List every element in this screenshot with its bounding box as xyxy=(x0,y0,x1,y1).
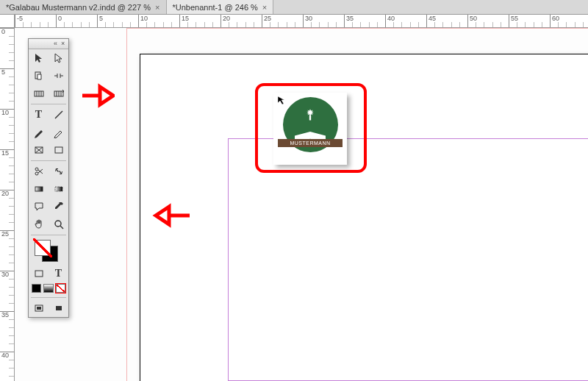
annotation-arrow-right xyxy=(79,81,115,110)
apply-color-button[interactable] xyxy=(32,284,41,293)
svg-point-13 xyxy=(35,172,38,175)
collapse-icon[interactable]: « xyxy=(54,41,59,46)
gradient-swatch-tool[interactable] xyxy=(29,180,49,198)
tab-document-2[interactable]: *Unbenannt-1 @ 246 % × xyxy=(167,0,274,14)
view-preview-button[interactable] xyxy=(49,299,68,317)
text-frame[interactable] xyxy=(228,138,588,381)
logo-ribbon: MUSTERMANN xyxy=(278,139,343,147)
tools-panel[interactable]: « × T T xyxy=(28,38,69,318)
svg-line-17 xyxy=(60,226,63,229)
tab-document-1[interactable]: *Galabau Mustermann v2.indd @ 227 % × xyxy=(0,0,167,14)
svg-rect-14 xyxy=(35,187,43,191)
place-cursor-icon xyxy=(277,96,287,108)
pencil-tool[interactable] xyxy=(49,124,68,141)
ruler-tick: 5 xyxy=(97,15,103,27)
fill-swatch[interactable] xyxy=(35,240,51,256)
view-normal-button[interactable] xyxy=(29,299,49,317)
ruler-tick: 0 xyxy=(0,28,14,35)
ruler-tick: 5 xyxy=(0,68,14,76)
rectangle-tool[interactable] xyxy=(49,141,68,159)
horizontal-ruler[interactable]: -5051015202530354045505560 xyxy=(15,15,588,28)
content-collector-tool[interactable] xyxy=(29,85,49,102)
page-tool[interactable] xyxy=(29,67,49,85)
svg-rect-21 xyxy=(56,306,62,310)
format-container-button[interactable] xyxy=(29,265,49,282)
document-canvas[interactable]: MUSTERMANN xyxy=(15,28,588,381)
ruler-tick: -5 xyxy=(15,15,23,27)
tree-icon xyxy=(300,107,320,133)
svg-rect-18 xyxy=(35,271,43,277)
close-icon[interactable]: × xyxy=(155,3,159,12)
note-tool[interactable] xyxy=(29,198,49,216)
document-tabs: *Galabau Mustermann v2.indd @ 227 % × *U… xyxy=(0,0,588,15)
direct-selection-tool[interactable] xyxy=(49,49,68,67)
eyedropper-tool[interactable] xyxy=(49,198,68,216)
ruler-tick: 0 xyxy=(56,15,62,27)
svg-point-12 xyxy=(35,168,38,171)
ruler-origin[interactable] xyxy=(0,15,15,28)
close-icon[interactable]: × xyxy=(61,41,66,46)
selection-tool[interactable] xyxy=(29,49,49,67)
ruler-tick: 25 xyxy=(0,230,14,238)
line-tool[interactable] xyxy=(49,106,68,124)
rectangle-frame-tool[interactable] xyxy=(29,141,49,159)
vertical-ruler[interactable]: 0510152025303540 xyxy=(0,28,15,381)
format-text-button[interactable]: T xyxy=(49,265,68,282)
annotation-arrow-left xyxy=(151,201,193,230)
zoom-tool[interactable] xyxy=(49,216,68,233)
tab-label: *Unbenannt-1 @ 246 % xyxy=(173,3,258,12)
gap-tool[interactable] xyxy=(49,67,68,85)
tab-label: *Galabau Mustermann v2.indd @ 227 % xyxy=(6,3,151,12)
ruler-tick: 35 xyxy=(0,311,14,318)
close-icon[interactable]: × xyxy=(262,3,267,12)
svg-point-16 xyxy=(55,221,61,227)
pen-tool[interactable] xyxy=(29,124,49,141)
type-tool[interactable]: T xyxy=(29,106,49,124)
panel-header[interactable]: « × xyxy=(29,39,68,49)
scissors-tool[interactable] xyxy=(29,163,49,180)
apply-gradient-button[interactable] xyxy=(43,284,53,293)
hand-tool[interactable] xyxy=(29,216,49,233)
apply-none-button[interactable] xyxy=(56,284,65,293)
svg-marker-3 xyxy=(156,207,169,224)
svg-rect-11 xyxy=(55,147,62,153)
free-transform-tool[interactable] xyxy=(49,163,68,180)
ruler-tick: 10 xyxy=(0,109,14,116)
content-placer-tool[interactable] xyxy=(49,85,68,102)
gradient-feather-tool[interactable] xyxy=(49,180,68,198)
ruler-tick: 40 xyxy=(0,352,14,359)
svg-line-7 xyxy=(55,111,62,118)
svg-rect-15 xyxy=(55,187,62,191)
ruler-tick: 30 xyxy=(0,271,14,278)
ruler-tick: 15 xyxy=(0,149,14,157)
svg-marker-1 xyxy=(100,87,113,104)
fill-stroke-swatch[interactable] xyxy=(29,237,68,265)
svg-rect-20 xyxy=(37,307,41,310)
ruler-tick: 20 xyxy=(0,190,14,197)
